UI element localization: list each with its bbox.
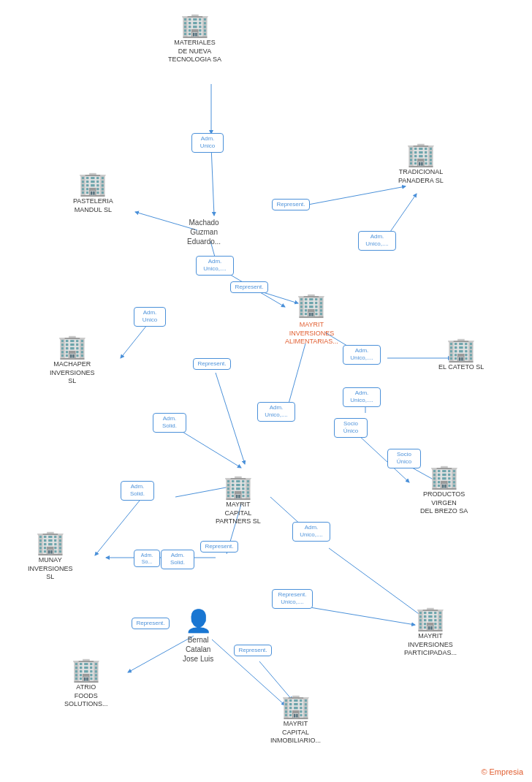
adm-solid-badge-bernal[interactable]: Adm.Solid. <box>161 550 194 569</box>
building-icon: 🏢 <box>406 143 436 166</box>
tradicional-node[interactable]: 🏢 TRADICIONAL PANADERA SL <box>398 143 444 185</box>
materiales-node[interactable]: 🏢 MATERIALES DE NUEVA TECNOLOGIA SA <box>168 13 221 64</box>
represent-unico-badge[interactable]: Represent.Unico,.... <box>272 589 313 609</box>
munay-node[interactable]: 🏢 MUNAY INVERSIONES SL <box>28 531 73 582</box>
building-orange-icon: 🏢 <box>297 291 326 319</box>
building-icon: 🏢 <box>72 658 101 681</box>
adm-solid-badge-2[interactable]: Adm.Solid. <box>121 481 154 501</box>
adm-unico-badge-2[interactable]: Adm.Unico,.... <box>196 256 234 276</box>
svg-line-17 <box>95 497 142 555</box>
adm-unico-badge-right[interactable]: Adm.Unico,.... <box>292 522 330 542</box>
svg-line-16 <box>179 430 241 468</box>
represent-badge-atrio[interactable]: Represent. <box>132 618 170 629</box>
adm-unico-badge-machaper[interactable]: Adm.Unico <box>134 307 166 327</box>
mayrit-cap-inmob-label: MAYRIT CAPITAL INMOBILIARIO... <box>270 720 321 745</box>
el-cateto-label: EL CATETO SL <box>438 363 484 372</box>
machado-node: Machado Guzman Eduardo... <box>187 216 221 246</box>
adm-unico-badge-1[interactable]: Adm.Unico <box>191 133 224 153</box>
building-icon: 🏢 <box>224 475 253 498</box>
adm-unico-badge-cateto2[interactable]: Adm.Unico,.... <box>343 387 381 407</box>
svg-line-9 <box>216 373 245 464</box>
mayrit-capital-label: MAYRIT CAPITAL PARTNERS SL <box>216 501 261 526</box>
svg-line-23 <box>305 607 415 625</box>
pasteleria-label: PASTELERIA MANDUL SL <box>73 197 113 214</box>
building-icon: 🏢 <box>58 335 87 358</box>
machado-label: Machado Guzman Eduardo... <box>187 218 221 246</box>
el-cateto-node[interactable]: 🏢 EL CATETO SL <box>438 338 484 372</box>
building-icon: 🏢 <box>180 13 210 37</box>
svg-line-1 <box>211 146 214 216</box>
productos-node[interactable]: 🏢 PRODUCTOS VIRGEN DEL BREZO SA <box>420 465 468 516</box>
bernal-label: Bernal Catalan Jose Luis <box>183 635 213 664</box>
productos-label: PRODUCTOS VIRGEN DEL BREZO SA <box>420 490 468 516</box>
adm-unico-badge-center[interactable]: Adm.Unico,.... <box>257 402 295 422</box>
svg-line-8 <box>121 322 150 358</box>
atrio-node[interactable]: 🏢 ATRIO FOODS SOLUTIONS... <box>64 658 108 709</box>
atrio-label: ATRIO FOODS SOLUTIONS... <box>64 683 108 709</box>
diagram-container: 🏢 MATERIALES DE NUEVA TECNOLOGIA SA 🏢 TR… <box>0 0 532 782</box>
adm-unico-badge-cateto1[interactable]: Adm.Unico,.... <box>343 345 381 365</box>
machaper-label: MACHAPER INVERSIONES SL <box>50 360 95 386</box>
munay-label: MUNAY INVERSIONES SL <box>28 556 73 582</box>
copyright: © Empresia <box>481 767 523 776</box>
adm-unico-badge-tradicional[interactable]: Adm.Unico,.... <box>358 231 396 251</box>
tradicional-label: TRADICIONAL PANADERA SL <box>398 168 444 185</box>
mayrit-cap-inmob-node[interactable]: 🏢 MAYRIT CAPITAL INMOBILIARIO... <box>270 694 321 745</box>
building-icon: 🏢 <box>446 338 476 361</box>
mayrit-inversiones-node[interactable]: 🏢 MAYRIT INVERSIONES ALIMENTARIAS... <box>285 291 338 346</box>
represent-badge-2[interactable]: Represent. <box>230 281 268 293</box>
socio-unico-badge-2[interactable]: SocioÚnico <box>387 449 421 468</box>
bernal-node[interactable]: 👤 Bernal Catalan Jose Luis <box>183 610 213 664</box>
mayrit-inversiones-label: MAYRIT INVERSIONES ALIMENTARIAS... <box>285 321 338 346</box>
building-icon: 🏢 <box>36 531 65 554</box>
adm-so-badge[interactable]: Adm.So... <box>134 550 160 567</box>
mayrit-inv-part-label: MAYRIT INVERSIONES PARTICIPADAS... <box>404 632 457 658</box>
adm-solid-badge-1[interactable]: Adm.Solid. <box>153 413 186 433</box>
represent-badge-1[interactable]: Represent. <box>272 199 310 210</box>
socio-unico-badge-1[interactable]: SocioÚnico <box>334 418 368 438</box>
machaper-node[interactable]: 🏢 MACHAPER INVERSIONES SL <box>50 335 95 386</box>
mayrit-inv-part-node[interactable]: 🏢 MAYRIT INVERSIONES PARTICIPADAS... <box>404 607 457 658</box>
materiales-label: MATERIALES DE NUEVA TECNOLOGIA SA <box>168 39 221 64</box>
building-icon: 🏢 <box>416 607 445 630</box>
building-icon: 🏢 <box>281 694 311 718</box>
building-icon: 🏢 <box>78 172 107 195</box>
represent-badge-3[interactable]: Represent. <box>193 358 231 370</box>
represent-badge-bottom[interactable]: Represent. <box>234 645 272 656</box>
person-icon: 👤 <box>185 610 212 632</box>
building-icon: 🏢 <box>430 465 459 488</box>
mayrit-capital-node[interactable]: 🏢 MAYRIT CAPITAL PARTNERS SL <box>216 475 261 526</box>
pasteleria-node[interactable]: 🏢 PASTELERIA MANDUL SL <box>73 172 113 214</box>
represent-badge-munay[interactable]: Represent. <box>200 541 238 553</box>
